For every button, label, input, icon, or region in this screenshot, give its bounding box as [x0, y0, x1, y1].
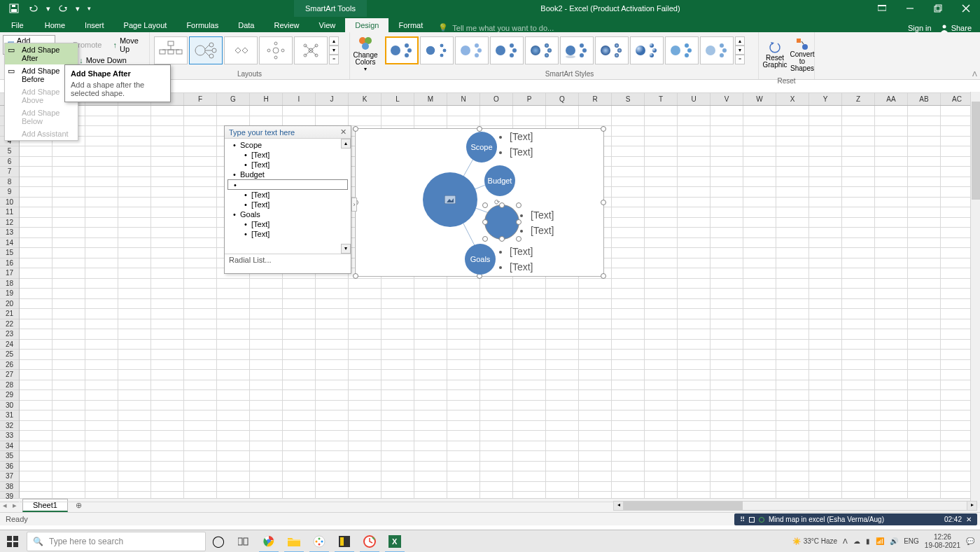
minimize-button[interactable]: [896, 0, 924, 17]
textpane-collapse-button[interactable]: ›: [351, 198, 357, 212]
row-header-34[interactable]: 34: [0, 441, 19, 452]
textpane-item-9[interactable]: [Text]: [227, 229, 348, 239]
col-header-M[interactable]: M: [414, 93, 447, 105]
undo-dropdown[interactable]: ▾: [45, 0, 52, 17]
smartart-text-pane[interactable]: Type your text here ✕ ▴ ▾ Scope[Text][Te…: [224, 125, 351, 274]
system-clock[interactable]: 12:26 19-08-2021: [925, 533, 960, 550]
row-header-38[interactable]: 38: [0, 482, 19, 492]
row-header-26[interactable]: 26: [0, 360, 19, 371]
col-header-H[interactable]: H: [250, 93, 283, 105]
col-header-G[interactable]: G: [217, 93, 250, 105]
smartart-goals-node[interactable]: Goals: [465, 244, 496, 275]
col-header-R[interactable]: R: [579, 93, 612, 105]
battery-icon[interactable]: ▮: [866, 537, 870, 545]
textpane-item-4[interactable]: [227, 179, 348, 190]
sheet-nav-prev[interactable]: ◂: [0, 501, 10, 510]
col-header-T[interactable]: T: [645, 93, 678, 105]
sign-in-link[interactable]: Sign in: [908, 24, 932, 32]
recording-close-button[interactable]: ✕: [966, 516, 972, 523]
col-header-W[interactable]: W: [743, 93, 776, 105]
excel-taskbar-icon[interactable]: X: [382, 530, 407, 553]
col-header-F[interactable]: F: [184, 93, 217, 105]
col-header-X[interactable]: X: [776, 93, 809, 105]
col-header-P[interactable]: P: [513, 93, 546, 105]
layout-option-5[interactable]: [294, 36, 328, 64]
style-option-9[interactable]: [665, 36, 699, 64]
tab-format[interactable]: Format: [388, 18, 433, 32]
row-header-6[interactable]: 6: [0, 157, 19, 167]
textpane-item-1[interactable]: [Text]: [227, 150, 348, 160]
row-header-18[interactable]: 18: [0, 279, 19, 289]
share-button[interactable]: Share: [940, 24, 972, 32]
sheet-nav-next[interactable]: ▸: [10, 501, 20, 510]
file-explorer-icon[interactable]: [281, 530, 307, 553]
col-header-O[interactable]: O: [480, 93, 513, 105]
notifications-icon[interactable]: 💬: [966, 537, 974, 545]
vertical-scrollbar[interactable]: [970, 92, 980, 508]
taskbar-search[interactable]: 🔍Type here to search: [27, 532, 206, 551]
add-shape-after-item[interactable]: ▭Add Shape After: [5, 43, 78, 64]
collapse-ribbon-button[interactable]: ᐱ: [972, 70, 977, 78]
textpane-item-0[interactable]: Scope: [227, 140, 348, 150]
row-header-13[interactable]: 13: [0, 228, 19, 238]
row-header-20[interactable]: 20: [0, 299, 19, 310]
tab-home[interactable]: Home: [35, 18, 75, 32]
row-header-37[interactable]: 37: [0, 471, 19, 482]
chrome-taskbar-icon[interactable]: [256, 530, 281, 553]
col-header-K[interactable]: K: [349, 93, 382, 105]
styles-gallery[interactable]: ▴ ▾ ⁼: [384, 34, 746, 67]
layout-option-3[interactable]: [224, 36, 258, 64]
row-header-27[interactable]: 27: [0, 370, 19, 380]
style-option-1[interactable]: [385, 36, 419, 64]
layouts-scroll-down[interactable]: ▾: [329, 46, 339, 55]
col-header-AA[interactable]: AA: [875, 93, 908, 105]
layouts-gallery[interactable]: ▴ ▾ ⁼: [153, 34, 340, 67]
qat-customize[interactable]: ▾: [84, 0, 94, 17]
style-option-4[interactable]: [490, 36, 524, 64]
row-header-28[interactable]: 28: [0, 380, 19, 391]
language-indicator[interactable]: ENG: [904, 537, 919, 545]
col-header-V[interactable]: V: [710, 93, 743, 105]
col-header-U[interactable]: U: [678, 93, 710, 105]
col-header-L[interactable]: L: [382, 93, 414, 105]
smartart-center-node[interactable]: [423, 172, 477, 227]
row-header-8[interactable]: 8: [0, 177, 19, 188]
row-header-11[interactable]: 11: [0, 207, 19, 218]
textpane-close-button[interactable]: ✕: [340, 127, 346, 137]
row-header-19[interactable]: 19: [0, 289, 19, 299]
row-header-7[interactable]: 7: [0, 167, 19, 177]
row-header-16[interactable]: 16: [0, 258, 19, 269]
row-header-21[interactable]: 21: [0, 309, 19, 319]
smartart-object[interactable]: Scope Budget ⟳ Goals [Text][Text] [Text]…: [355, 128, 604, 277]
layout-option-2[interactable]: [189, 36, 223, 64]
styles-scroll-up[interactable]: ▴: [735, 36, 745, 46]
col-header-AB[interactable]: AB: [908, 93, 941, 105]
row-header-15[interactable]: 15: [0, 248, 19, 258]
row-header-24[interactable]: 24: [0, 340, 19, 350]
save-button[interactable]: [6, 0, 22, 17]
restore-button[interactable]: [924, 0, 952, 17]
textpane-item-8[interactable]: [Text]: [227, 219, 348, 229]
change-colors-button[interactable]: Change Colors ▾: [350, 32, 381, 74]
styles-scroll-down[interactable]: ▾: [735, 46, 745, 55]
stop-recording-button[interactable]: [749, 517, 755, 523]
row-header-30[interactable]: 30: [0, 401, 19, 411]
row-header-32[interactable]: 32: [0, 421, 19, 432]
task-view-button[interactable]: [231, 530, 256, 553]
row-header-10[interactable]: 10: [0, 198, 19, 208]
style-option-6[interactable]: [560, 36, 594, 64]
style-option-3[interactable]: [455, 36, 489, 64]
row-header-12[interactable]: 12: [0, 218, 19, 228]
layouts-more[interactable]: ⁼: [329, 55, 339, 64]
style-option-8[interactable]: [630, 36, 664, 64]
tab-data[interactable]: Data: [228, 18, 264, 32]
row-header-5[interactable]: 5: [0, 146, 19, 157]
style-option-2[interactable]: [420, 36, 454, 64]
drag-handle-icon[interactable]: ⠿: [740, 516, 745, 523]
col-header-Y[interactable]: Y: [809, 93, 842, 105]
style-option-10[interactable]: [700, 36, 734, 64]
weather-widget[interactable]: ☀️33°C Haze: [792, 537, 837, 545]
vscroll-thumb[interactable]: [972, 102, 980, 200]
recording-bar[interactable]: ⠿ Mind map in excel (Esha Verma/Aug) 02:…: [734, 513, 977, 525]
row-header-25[interactable]: 25: [0, 350, 19, 360]
